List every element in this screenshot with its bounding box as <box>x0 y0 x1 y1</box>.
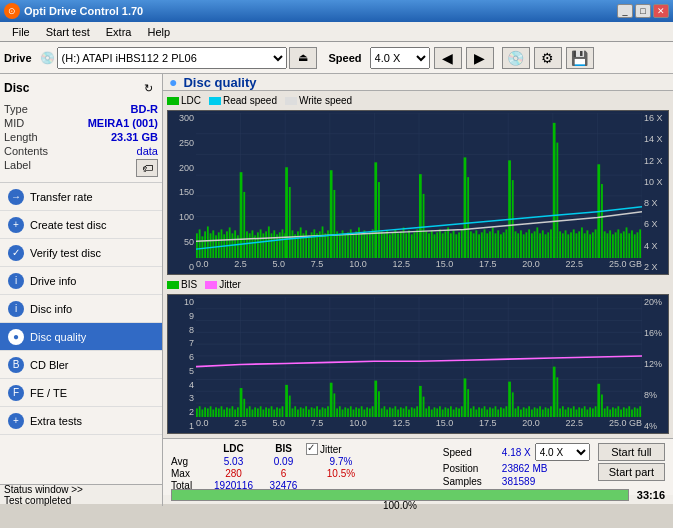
menu-extra[interactable]: Extra <box>98 25 140 39</box>
avg-bis: 0.09 <box>261 456 306 467</box>
svg-rect-342 <box>592 408 594 417</box>
svg-rect-215 <box>237 407 239 417</box>
svg-rect-227 <box>271 406 273 417</box>
svg-rect-164 <box>601 184 603 258</box>
sidebar-item-verify-test-disc[interactable]: ✓ Verify test disc <box>0 239 162 267</box>
speed-select[interactable]: 4.0 X <box>370 47 430 69</box>
svg-rect-274 <box>403 408 405 417</box>
position-value: 23862 MB <box>502 463 548 474</box>
svg-rect-100 <box>423 194 425 258</box>
svg-rect-265 <box>378 391 380 417</box>
svg-rect-157 <box>581 227 583 258</box>
svg-rect-351 <box>617 406 619 417</box>
sidebar-item-disc-quality[interactable]: ● Disc quality <box>0 323 162 351</box>
status-window-button[interactable]: Status window >> <box>4 484 158 495</box>
disc-mid-label: MID <box>4 117 24 129</box>
svg-rect-151 <box>565 230 567 258</box>
svg-rect-300 <box>475 410 477 418</box>
settings-button[interactable]: ⚙ <box>534 47 562 69</box>
next-speed-button[interactable]: ▶ <box>466 47 494 69</box>
prev-speed-button[interactable]: ◀ <box>434 47 462 69</box>
svg-rect-284 <box>431 410 433 418</box>
jitter-legend-color <box>205 281 217 289</box>
sidebar-item-cd-bler[interactable]: B CD Bler <box>0 351 162 379</box>
svg-rect-314 <box>515 408 517 417</box>
sidebar-item-fe-te[interactable]: F FE / TE <box>0 379 162 407</box>
svg-rect-247 <box>327 406 329 417</box>
svg-rect-278 <box>414 408 416 417</box>
svg-rect-37 <box>249 233 251 258</box>
svg-rect-355 <box>628 406 630 417</box>
start-part-button[interactable]: Start part <box>598 463 665 481</box>
svg-rect-335 <box>573 406 575 417</box>
svg-rect-53 <box>292 230 294 258</box>
write-speed-legend-label: Write speed <box>299 95 352 106</box>
svg-rect-327 <box>550 406 552 417</box>
svg-rect-246 <box>324 408 326 417</box>
fe-te-icon: F <box>8 385 24 401</box>
svg-rect-49 <box>282 229 284 258</box>
jitter-checkbox[interactable] <box>306 443 318 455</box>
extra-tests-icon: + <box>8 413 24 429</box>
svg-rect-61 <box>313 229 315 258</box>
svg-rect-333 <box>567 407 569 417</box>
write-speed-legend-color <box>285 97 297 105</box>
svg-rect-250 <box>336 408 338 417</box>
save-button[interactable]: 💾 <box>566 47 594 69</box>
menu-file[interactable]: File <box>4 25 38 39</box>
close-button[interactable]: ✕ <box>653 4 669 18</box>
menu-help[interactable]: Help <box>139 25 178 39</box>
svg-rect-257 <box>355 407 357 417</box>
svg-rect-238 <box>302 408 304 417</box>
avg-label: Avg <box>171 456 206 467</box>
top-chart: 300 250 200 150 100 50 0 16 X 14 X 12 X … <box>167 110 669 275</box>
svg-rect-324 <box>542 410 544 418</box>
svg-rect-332 <box>565 410 567 418</box>
svg-rect-160 <box>589 234 591 258</box>
svg-rect-26 <box>218 232 220 258</box>
drive-select[interactable]: (H:) ATAPI iHBS112 2 PL06 <box>57 47 287 69</box>
sidebar-item-drive-info[interactable]: i Drive info <box>0 267 162 295</box>
disc-refresh-icon[interactable]: ↻ <box>138 78 158 98</box>
sidebar-item-disc-info[interactable]: i Disc info <box>0 295 162 323</box>
svg-rect-283 <box>428 406 430 417</box>
svg-rect-36 <box>246 231 248 258</box>
sidebar-item-create-test-disc[interactable]: + Create test disc <box>0 211 162 239</box>
svg-rect-292 <box>453 410 455 418</box>
disc-button[interactable]: 💿 <box>502 47 530 69</box>
svg-rect-282 <box>425 408 427 417</box>
progress-bar: 100.0% <box>171 489 629 501</box>
sidebar-item-transfer-rate[interactable]: → Transfer rate <box>0 183 162 211</box>
svg-rect-99 <box>419 174 422 258</box>
speed-select[interactable]: 4.0 X <box>535 443 590 461</box>
minimize-button[interactable]: _ <box>617 4 633 18</box>
bottom-chart-legend: BIS Jitter <box>167 279 669 290</box>
svg-rect-23 <box>210 233 212 258</box>
svg-rect-80 <box>366 234 368 258</box>
disc-info-icon: i <box>8 301 24 317</box>
speed-value: 4.18 X <box>502 447 531 458</box>
svg-rect-313 <box>512 392 514 417</box>
top-chart-inner <box>196 113 642 258</box>
svg-rect-170 <box>617 229 619 258</box>
svg-rect-312 <box>508 382 511 417</box>
maximize-button[interactable]: □ <box>635 4 651 18</box>
svg-rect-144 <box>545 234 547 258</box>
disc-length-value: 23.31 GB <box>111 131 158 143</box>
disc-contents-label: Contents <box>4 145 48 157</box>
svg-rect-94 <box>405 233 407 258</box>
cd-bler-icon: B <box>8 357 24 373</box>
svg-rect-220 <box>252 410 254 418</box>
start-full-button[interactable]: Start full <box>598 443 665 461</box>
sidebar-item-extra-tests[interactable]: + Extra tests <box>0 407 162 435</box>
svg-rect-358 <box>637 408 639 417</box>
eject-button[interactable]: ⏏ <box>289 47 317 69</box>
transfer-rate-label: Transfer rate <box>30 191 93 203</box>
menu-start-test[interactable]: Start test <box>38 25 98 39</box>
svg-rect-175 <box>631 230 633 258</box>
disc-label-button[interactable]: 🏷 <box>136 159 158 177</box>
samples-label: Samples <box>443 476 498 487</box>
svg-rect-125 <box>492 227 494 258</box>
svg-rect-337 <box>578 407 580 417</box>
svg-rect-55 <box>297 231 299 258</box>
